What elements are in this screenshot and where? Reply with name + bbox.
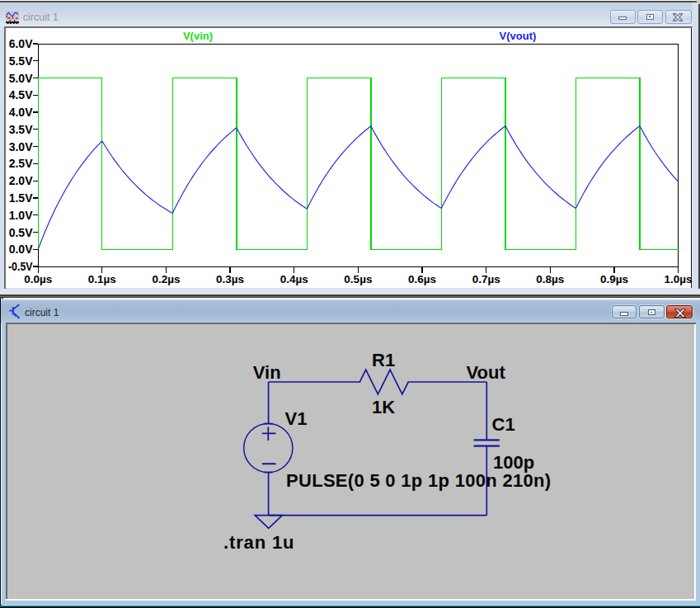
svg-text:0.0V: 0.0V — [9, 243, 33, 256]
svg-text:R1: R1 — [372, 350, 395, 370]
svg-text:0.5V: 0.5V — [9, 226, 33, 239]
svg-text:0.9µs: 0.9µs — [600, 273, 628, 285]
svg-text:C1: C1 — [492, 414, 515, 435]
svg-text:4.5V: 4.5V — [9, 88, 33, 101]
svg-text:Vout: Vout — [467, 362, 506, 383]
svg-text:4.0V: 4.0V — [9, 106, 33, 119]
svg-text:V(vin): V(vin) — [183, 30, 213, 42]
svg-text:3.0V: 3.0V — [9, 140, 33, 153]
svg-text:0.2µs: 0.2µs — [152, 273, 180, 285]
svg-text:5.5V: 5.5V — [9, 54, 33, 68]
svg-text:0.4µs: 0.4µs — [280, 273, 308, 285]
svg-text:0.1µs: 0.1µs — [88, 273, 116, 285]
svg-text:.tran 1u: .tran 1u — [223, 532, 294, 553]
svg-text:0.8µs: 0.8µs — [536, 273, 564, 285]
svg-text:-0.5V: -0.5V — [8, 260, 33, 273]
svg-text:0.6µs: 0.6µs — [408, 273, 436, 285]
svg-text:2.0V: 2.0V — [9, 174, 33, 187]
svg-text:V(vout): V(vout) — [500, 30, 537, 42]
svg-text:3.5V: 3.5V — [9, 123, 33, 136]
svg-text:PULSE(0 5 0 1p 1p 100n 210n): PULSE(0 5 0 1p 1p 100n 210n) — [286, 470, 551, 491]
svg-text:5.0V: 5.0V — [9, 72, 33, 85]
svg-text:6.0V: 6.0V — [9, 37, 33, 50]
svg-text:2.5V: 2.5V — [9, 157, 33, 170]
svg-text:0.7µs: 0.7µs — [472, 273, 500, 285]
svg-text:0.5µs: 0.5µs — [344, 273, 372, 285]
svg-text:V1: V1 — [285, 408, 308, 429]
svg-text:1.5V: 1.5V — [9, 191, 33, 205]
svg-text:0.3µs: 0.3µs — [216, 273, 244, 285]
svg-text:1.0V: 1.0V — [9, 209, 33, 222]
svg-text:Vin: Vin — [253, 362, 281, 383]
svg-text:0.0µs: 0.0µs — [24, 273, 52, 285]
svg-text:1K: 1K — [372, 397, 395, 417]
svg-text:1.0µs: 1.0µs — [665, 273, 693, 285]
